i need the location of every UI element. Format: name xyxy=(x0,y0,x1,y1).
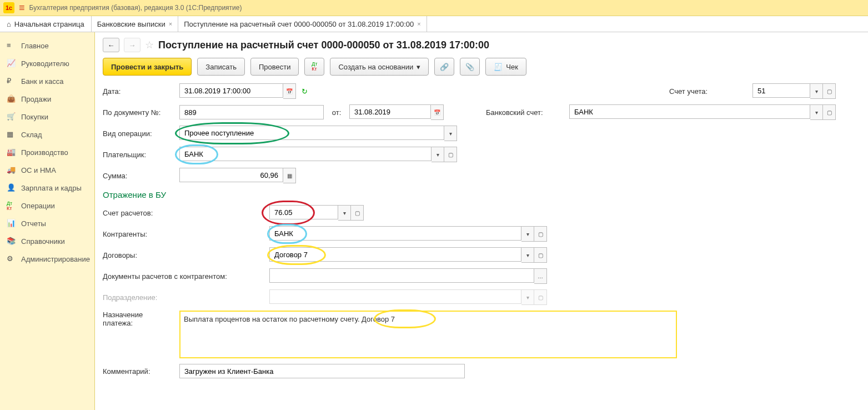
chevron-down-icon[interactable]: ▾ xyxy=(444,126,457,141)
chevron-down-icon[interactable]: ▾ xyxy=(521,226,534,242)
forward-button[interactable]: → xyxy=(124,38,141,52)
link-button[interactable]: 🔗 xyxy=(434,58,454,76)
open-icon: ▢ xyxy=(534,289,547,305)
gear-icon: ⚙ xyxy=(7,254,16,263)
close-icon[interactable]: × xyxy=(169,21,172,27)
dtkt-icon: ДтКт xyxy=(7,201,16,210)
calendar-icon[interactable]: 📅 xyxy=(431,104,444,120)
nazn-text: Выплата процентов на остаток по расчетно… xyxy=(184,315,395,323)
comment-input[interactable] xyxy=(179,364,465,378)
book-icon: 📚 xyxy=(7,237,16,246)
date-input[interactable] xyxy=(179,83,283,98)
dots-icon[interactable]: … xyxy=(534,268,547,284)
label-raschet: Счет расчетов: xyxy=(103,209,264,217)
label-comm: Комментарий: xyxy=(103,367,174,376)
post-button[interactable]: Провести xyxy=(250,58,299,76)
tab-home-label: Начальная страница xyxy=(14,20,84,28)
section-header: Отражение в БУ xyxy=(103,190,836,199)
sidebar-item-label: Зарплата и кадры xyxy=(21,184,82,192)
app-title: Бухгалтерия предприятия (базовая), редак… xyxy=(29,4,242,12)
open-icon[interactable]: ▢ xyxy=(823,104,836,120)
open-icon[interactable]: ▢ xyxy=(534,226,547,242)
account-input[interactable] xyxy=(752,83,810,98)
docdate-input[interactable] xyxy=(349,104,431,119)
sidebar-item-buy[interactable]: 🛒Покупки xyxy=(0,108,94,126)
tab-bank-statements[interactable]: Банковские выписки × xyxy=(92,16,179,32)
truck-icon: 🚚 xyxy=(7,166,16,174)
post-and-close-button[interactable]: Провести и закрыть xyxy=(103,58,192,76)
sidebar-item-adm[interactable]: ⚙Администрирование xyxy=(0,250,94,268)
dtkt-icon: ДтКт xyxy=(312,62,317,72)
sidebar: ≡Главное 📈Руководителю ₽Банк и касса 👜Пр… xyxy=(0,32,95,410)
sidebar-item-main[interactable]: ≡Главное xyxy=(0,37,94,54)
tab-document[interactable]: Поступление на расчетный счет 0000-00005… xyxy=(178,16,427,32)
attach-button[interactable]: 📎 xyxy=(460,58,480,76)
payer-input[interactable] xyxy=(179,147,432,161)
sidebar-item-stock[interactable]: ▦Склад xyxy=(0,126,94,143)
list-icon: ≡ xyxy=(7,41,16,50)
sidebar-item-bank[interactable]: ₽Банк и касса xyxy=(0,72,94,90)
sidebar-item-label: Главное xyxy=(21,42,49,50)
sidebar-item-label: Банк и касса xyxy=(21,77,64,86)
tab-home[interactable]: ⌂ Начальная страница xyxy=(0,16,92,32)
open-icon[interactable]: ▢ xyxy=(351,205,364,221)
button-label: Чек xyxy=(506,63,518,71)
check-button[interactable]: 🧾Чек xyxy=(485,58,526,76)
calendar-icon[interactable]: 📅 xyxy=(283,83,296,99)
sidebar-item-rep[interactable]: 📊Отчеты xyxy=(0,214,94,232)
chart-icon: 📈 xyxy=(7,59,16,68)
docset-input[interactable] xyxy=(269,268,534,283)
sidebar-item-zp[interactable]: 👤Зарплата и кадры xyxy=(0,179,94,197)
chevron-down-icon[interactable]: ▾ xyxy=(521,247,534,263)
sidebar-item-label: Руководителю xyxy=(21,59,69,68)
open-icon[interactable]: ▢ xyxy=(534,247,547,263)
contr-input[interactable] xyxy=(269,226,521,241)
sidebar-item-prod[interactable]: 🏭Производство xyxy=(0,143,94,161)
label-podr: Подразделение: xyxy=(103,293,264,302)
chevron-down-icon[interactable]: ▾ xyxy=(810,104,823,120)
star-icon[interactable]: ☆ xyxy=(145,39,154,51)
raschet-input[interactable] xyxy=(269,205,338,219)
bankacc-input[interactable] xyxy=(569,104,810,119)
optype-input[interactable] xyxy=(179,126,444,140)
sidebar-item-label: Отчеты xyxy=(21,219,46,228)
menu-icon[interactable]: ≡ xyxy=(19,2,25,14)
boxes-icon: ▦ xyxy=(7,130,16,139)
label-acc: Счет учета: xyxy=(669,87,747,96)
close-icon[interactable]: × xyxy=(417,21,420,27)
sidebar-item-sales[interactable]: 👜Продажи xyxy=(0,90,94,108)
nazn-textarea[interactable]: Выплата процентов на остаток по расчетно… xyxy=(179,311,677,358)
chevron-down-icon[interactable]: ▾ xyxy=(338,205,351,221)
sidebar-item-os[interactable]: 🚚ОС и НМА xyxy=(0,161,94,179)
sidebar-item-ops[interactable]: ДтКтОперации xyxy=(0,197,94,214)
dtkt-button[interactable]: ДтКт xyxy=(304,58,324,76)
sidebar-item-label: Покупки xyxy=(21,113,48,121)
button-label: Провести xyxy=(259,63,291,71)
tab-label: Поступление на расчетный счет 0000-00005… xyxy=(184,20,414,28)
sidebar-item-label: Продажи xyxy=(21,95,51,103)
calculator-icon[interactable]: ▦ xyxy=(283,168,296,183)
label-contr: Контрагенты: xyxy=(103,230,264,238)
back-button[interactable]: ← xyxy=(103,38,119,52)
docnum-input[interactable] xyxy=(179,105,324,119)
chevron-down-icon[interactable]: ▾ xyxy=(432,147,444,162)
sidebar-item-label: Администрирование xyxy=(21,255,90,263)
title-bar: 1c ≡ Бухгалтерия предприятия (базовая), … xyxy=(0,0,868,16)
label-payer: Плательщик: xyxy=(103,151,174,159)
open-icon[interactable]: ▢ xyxy=(444,147,457,162)
button-label: Создать на основании xyxy=(338,63,413,71)
sidebar-item-manager[interactable]: 📈Руководителю xyxy=(0,54,94,72)
sidebar-item-spr[interactable]: 📚Справочники xyxy=(0,232,94,250)
create-based-button[interactable]: Создать на основании▾ xyxy=(330,58,429,76)
dog-input[interactable] xyxy=(269,247,521,262)
open-icon[interactable]: ▢ xyxy=(823,83,836,99)
sum-input[interactable] xyxy=(179,168,283,182)
label-nazn: Назначение платежа: xyxy=(103,311,174,327)
ruble-icon: ₽ xyxy=(7,77,16,86)
chevron-down-icon: ▾ xyxy=(417,63,420,71)
chevron-down-icon[interactable]: ▾ xyxy=(810,83,823,99)
receipt-icon: 🧾 xyxy=(494,63,503,71)
refresh-icon[interactable]: ↻ xyxy=(302,87,317,96)
write-button[interactable]: Записать xyxy=(197,58,245,76)
link-icon: 🔗 xyxy=(440,63,449,71)
